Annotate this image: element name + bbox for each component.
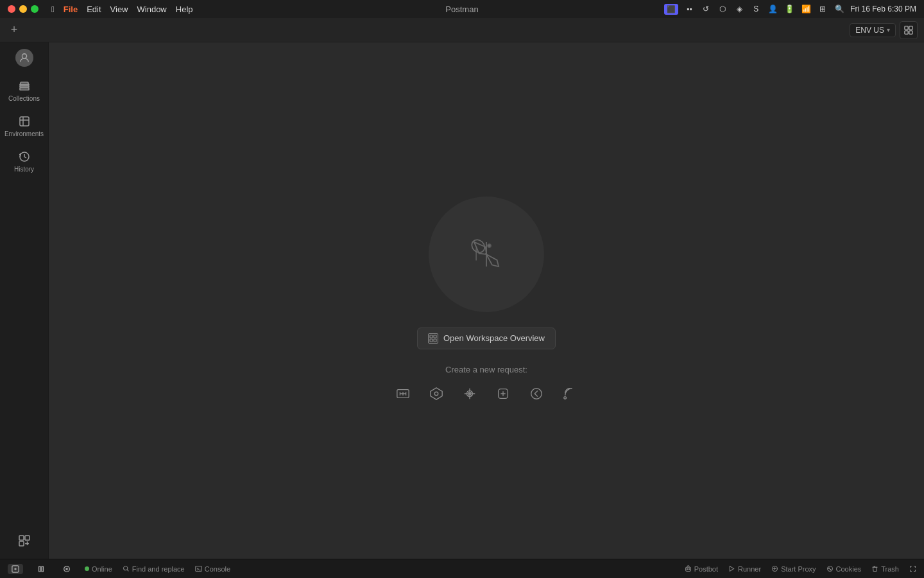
expand-button[interactable] [909,565,916,572]
svg-rect-12 [19,541,24,546]
workspace-icon [428,333,438,344]
title-bar-right: ⬛ ▪▪ ↺ ⬡ ◈ S 👤 🔋 📶 ⊞ 🔍 Fri 16 Feb 6:30 P… [664,4,916,15]
window-menu[interactable]: Help [176,4,193,14]
window-title: Postman [445,4,478,14]
find-replace-button[interactable]: Find and replace [123,565,185,573]
sidebar-item-history[interactable]: History [4,145,45,178]
socketio-request-icon[interactable] [525,382,548,405]
sidebar-item-collections[interactable]: Collections [4,74,45,107]
control-center-icon[interactable]: ⊞ [817,4,828,13]
empty-state: Open Workspace Overview Create a new req… [391,197,581,405]
cookies-label: Cookies [836,565,862,573]
start-proxy-label: Start Proxy [781,565,816,573]
search-system-icon[interactable]: 🔍 [834,4,845,13]
pause-icon [37,565,45,573]
addons-icon [18,534,31,547]
svg-rect-29 [42,566,44,572]
postbot-button[interactable]: Postbot [685,565,718,573]
cookies-button[interactable]: Cookies [826,565,862,573]
grpc-request-icon[interactable] [458,382,481,405]
svg-marker-36 [730,566,733,572]
websocket-icon [496,387,510,401]
postman-logo-icon [458,225,515,283]
trash-label: Trash [881,565,899,573]
history-icon [18,150,31,163]
env-selector-value: ENV US [855,26,884,35]
svg-rect-11 [25,536,30,540]
layout-button[interactable] [900,21,918,39]
cancel-icon [63,565,71,573]
user-s-icon[interactable]: S [750,4,762,13]
svg-point-39 [828,568,830,569]
svg-rect-8 [20,117,29,126]
bottom-tool-pause[interactable] [33,564,49,574]
grpc-icon [463,387,477,401]
svg-point-35 [689,569,690,570]
svg-rect-20 [434,339,436,342]
cookies-icon [826,565,834,572]
new-request-label: Create a new request: [445,365,527,374]
sidebar-bottom [4,529,45,559]
close-button[interactable] [8,5,15,13]
edit-menu[interactable]: View [110,4,128,14]
sidebar-item-addons[interactable] [4,529,45,552]
sidebar-item-environments[interactable]: Environments [4,110,45,143]
maximize-button[interactable] [31,5,38,13]
graphql-request-icon[interactable] [425,382,448,405]
online-status[interactable]: Online [85,565,112,573]
environments-icon [18,115,31,128]
content-area: Open Workspace Overview Create a new req… [49,42,924,559]
request-type-icons [391,382,581,405]
bottom-tool-cancel[interactable] [59,564,74,574]
trash-icon [871,565,878,572]
add-tab-button[interactable]: + [6,22,22,38]
expand-icon [909,565,916,572]
main-layout: Collections Environments History [0,42,924,559]
svg-rect-32 [196,566,201,572]
layout-icon [904,26,913,35]
bottom-tool-new[interactable] [8,564,23,574]
history-icon[interactable]: ↺ [700,4,712,13]
svg-rect-2 [905,30,908,33]
environment-selector[interactable]: ENV US ▾ [850,23,896,37]
collections-label: Collections [8,95,40,102]
sidebar-toggle-icon[interactable]: ▪▪ [683,4,695,13]
analytics-icon[interactable]: ◈ [733,4,745,13]
app-menu-postman[interactable]: File [64,4,78,14]
sidebar: Collections Environments History [0,42,49,559]
empty-icon-circle [429,197,544,312]
shield-icon[interactable]: ⬡ [717,4,728,13]
minimize-button[interactable] [19,5,27,13]
svg-rect-10 [19,536,24,540]
traffic-lights[interactable] [8,5,38,13]
runner-button[interactable]: Runner [728,565,761,573]
svg-point-34 [687,569,688,570]
profile-icon[interactable]: 👤 [767,4,778,13]
svg-rect-5 [20,84,29,85]
view-menu[interactable]: Window [137,4,167,14]
open-workspace-overview-button[interactable]: Open Workspace Overview [417,328,556,349]
clock: Fri 16 Feb 6:30 PM [850,4,916,13]
apple-menu[interactable]:  [51,4,55,14]
svg-line-15 [470,248,483,260]
file-menu[interactable]: Edit [87,4,101,14]
http-icon [396,387,410,401]
svg-rect-19 [430,339,432,342]
websocket-request-icon[interactable] [492,382,515,405]
postbot-label: Postbot [694,565,718,573]
svg-rect-7 [20,88,29,90]
tab-bar: + ENV US ▾ [0,18,924,42]
svg-rect-1 [909,26,912,29]
start-proxy-button[interactable]: Start Proxy [771,565,816,573]
open-workspace-label: Open Workspace Overview [443,333,545,343]
sse-request-icon[interactable] [558,382,581,405]
user-avatar[interactable] [15,49,33,67]
title-bar-left:  File Edit View Window Help [8,4,202,14]
online-indicator [85,566,89,571]
trash-button[interactable]: Trash [871,565,899,573]
sse-icon [563,387,577,401]
svg-point-13 [469,237,487,255]
new-tab-icon [12,565,19,573]
console-button[interactable]: Console [195,565,230,573]
http-request-icon[interactable] [391,382,415,405]
